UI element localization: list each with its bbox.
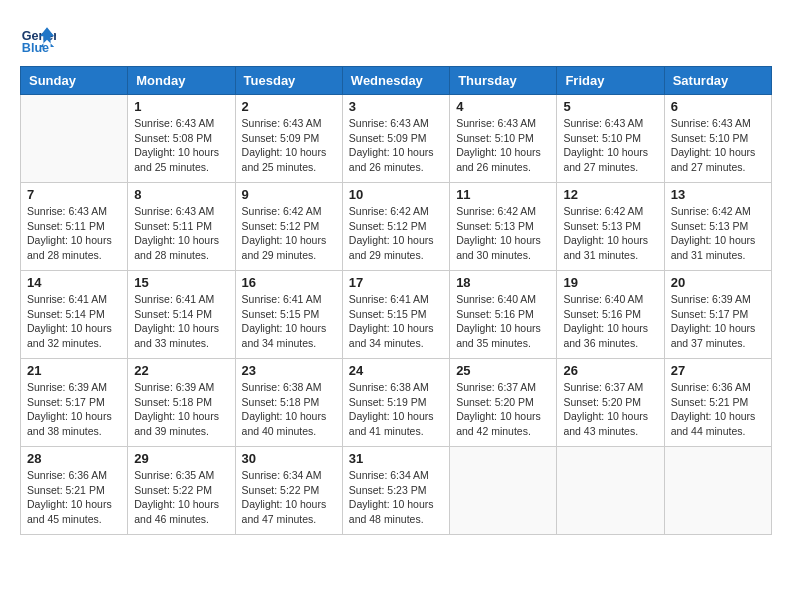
day-info: Sunrise: 6:39 AM Sunset: 5:17 PM Dayligh… [671, 292, 765, 351]
day-info: Sunrise: 6:36 AM Sunset: 5:21 PM Dayligh… [671, 380, 765, 439]
day-number: 4 [456, 99, 550, 114]
day-number: 3 [349, 99, 443, 114]
calendar-table: SundayMondayTuesdayWednesdayThursdayFrid… [20, 66, 772, 535]
calendar-cell: 10Sunrise: 6:42 AM Sunset: 5:12 PM Dayli… [342, 183, 449, 271]
day-number: 2 [242, 99, 336, 114]
logo-icon: General Blue [20, 20, 56, 56]
day-number: 29 [134, 451, 228, 466]
day-number: 31 [349, 451, 443, 466]
calendar-cell [450, 447, 557, 535]
day-number: 15 [134, 275, 228, 290]
day-info: Sunrise: 6:42 AM Sunset: 5:12 PM Dayligh… [242, 204, 336, 263]
calendar-header-saturday: Saturday [664, 67, 771, 95]
calendar-header-friday: Friday [557, 67, 664, 95]
day-number: 27 [671, 363, 765, 378]
day-info: Sunrise: 6:42 AM Sunset: 5:13 PM Dayligh… [563, 204, 657, 263]
calendar-week-row: 14Sunrise: 6:41 AM Sunset: 5:14 PM Dayli… [21, 271, 772, 359]
day-info: Sunrise: 6:43 AM Sunset: 5:09 PM Dayligh… [349, 116, 443, 175]
calendar-cell: 12Sunrise: 6:42 AM Sunset: 5:13 PM Dayli… [557, 183, 664, 271]
day-info: Sunrise: 6:34 AM Sunset: 5:23 PM Dayligh… [349, 468, 443, 527]
day-info: Sunrise: 6:41 AM Sunset: 5:14 PM Dayligh… [27, 292, 121, 351]
day-number: 19 [563, 275, 657, 290]
calendar-cell: 20Sunrise: 6:39 AM Sunset: 5:17 PM Dayli… [664, 271, 771, 359]
calendar-cell [557, 447, 664, 535]
calendar-cell: 6Sunrise: 6:43 AM Sunset: 5:10 PM Daylig… [664, 95, 771, 183]
calendar-cell: 8Sunrise: 6:43 AM Sunset: 5:11 PM Daylig… [128, 183, 235, 271]
day-number: 9 [242, 187, 336, 202]
day-number: 21 [27, 363, 121, 378]
calendar-cell: 3Sunrise: 6:43 AM Sunset: 5:09 PM Daylig… [342, 95, 449, 183]
day-info: Sunrise: 6:39 AM Sunset: 5:18 PM Dayligh… [134, 380, 228, 439]
day-info: Sunrise: 6:39 AM Sunset: 5:17 PM Dayligh… [27, 380, 121, 439]
day-number: 30 [242, 451, 336, 466]
day-info: Sunrise: 6:41 AM Sunset: 5:15 PM Dayligh… [349, 292, 443, 351]
calendar-cell: 1Sunrise: 6:43 AM Sunset: 5:08 PM Daylig… [128, 95, 235, 183]
day-info: Sunrise: 6:35 AM Sunset: 5:22 PM Dayligh… [134, 468, 228, 527]
day-info: Sunrise: 6:43 AM Sunset: 5:11 PM Dayligh… [134, 204, 228, 263]
calendar-header-sunday: Sunday [21, 67, 128, 95]
day-info: Sunrise: 6:40 AM Sunset: 5:16 PM Dayligh… [563, 292, 657, 351]
calendar-cell: 17Sunrise: 6:41 AM Sunset: 5:15 PM Dayli… [342, 271, 449, 359]
day-number: 7 [27, 187, 121, 202]
day-info: Sunrise: 6:41 AM Sunset: 5:14 PM Dayligh… [134, 292, 228, 351]
day-number: 18 [456, 275, 550, 290]
day-number: 8 [134, 187, 228, 202]
calendar-header-tuesday: Tuesday [235, 67, 342, 95]
day-info: Sunrise: 6:38 AM Sunset: 5:19 PM Dayligh… [349, 380, 443, 439]
day-number: 24 [349, 363, 443, 378]
day-info: Sunrise: 6:42 AM Sunset: 5:13 PM Dayligh… [456, 204, 550, 263]
day-number: 12 [563, 187, 657, 202]
calendar-cell: 24Sunrise: 6:38 AM Sunset: 5:19 PM Dayli… [342, 359, 449, 447]
calendar-week-row: 28Sunrise: 6:36 AM Sunset: 5:21 PM Dayli… [21, 447, 772, 535]
page-header: General Blue [20, 20, 772, 56]
day-number: 17 [349, 275, 443, 290]
day-number: 16 [242, 275, 336, 290]
calendar-week-row: 7Sunrise: 6:43 AM Sunset: 5:11 PM Daylig… [21, 183, 772, 271]
day-number: 11 [456, 187, 550, 202]
calendar-cell: 26Sunrise: 6:37 AM Sunset: 5:20 PM Dayli… [557, 359, 664, 447]
day-number: 25 [456, 363, 550, 378]
day-info: Sunrise: 6:42 AM Sunset: 5:13 PM Dayligh… [671, 204, 765, 263]
calendar-cell: 27Sunrise: 6:36 AM Sunset: 5:21 PM Dayli… [664, 359, 771, 447]
day-number: 23 [242, 363, 336, 378]
calendar-cell: 29Sunrise: 6:35 AM Sunset: 5:22 PM Dayli… [128, 447, 235, 535]
calendar-week-row: 1Sunrise: 6:43 AM Sunset: 5:08 PM Daylig… [21, 95, 772, 183]
day-info: Sunrise: 6:36 AM Sunset: 5:21 PM Dayligh… [27, 468, 121, 527]
day-info: Sunrise: 6:43 AM Sunset: 5:10 PM Dayligh… [671, 116, 765, 175]
day-number: 1 [134, 99, 228, 114]
calendar-cell: 21Sunrise: 6:39 AM Sunset: 5:17 PM Dayli… [21, 359, 128, 447]
calendar-cell: 13Sunrise: 6:42 AM Sunset: 5:13 PM Dayli… [664, 183, 771, 271]
day-number: 14 [27, 275, 121, 290]
calendar-cell: 9Sunrise: 6:42 AM Sunset: 5:12 PM Daylig… [235, 183, 342, 271]
day-info: Sunrise: 6:37 AM Sunset: 5:20 PM Dayligh… [563, 380, 657, 439]
day-info: Sunrise: 6:43 AM Sunset: 5:11 PM Dayligh… [27, 204, 121, 263]
day-number: 10 [349, 187, 443, 202]
calendar-cell: 19Sunrise: 6:40 AM Sunset: 5:16 PM Dayli… [557, 271, 664, 359]
day-info: Sunrise: 6:43 AM Sunset: 5:09 PM Dayligh… [242, 116, 336, 175]
day-info: Sunrise: 6:43 AM Sunset: 5:08 PM Dayligh… [134, 116, 228, 175]
day-number: 22 [134, 363, 228, 378]
calendar-week-row: 21Sunrise: 6:39 AM Sunset: 5:17 PM Dayli… [21, 359, 772, 447]
calendar-cell: 15Sunrise: 6:41 AM Sunset: 5:14 PM Dayli… [128, 271, 235, 359]
calendar-cell [21, 95, 128, 183]
calendar-cell: 2Sunrise: 6:43 AM Sunset: 5:09 PM Daylig… [235, 95, 342, 183]
calendar-cell: 7Sunrise: 6:43 AM Sunset: 5:11 PM Daylig… [21, 183, 128, 271]
calendar-cell: 16Sunrise: 6:41 AM Sunset: 5:15 PM Dayli… [235, 271, 342, 359]
calendar-cell: 5Sunrise: 6:43 AM Sunset: 5:10 PM Daylig… [557, 95, 664, 183]
day-info: Sunrise: 6:43 AM Sunset: 5:10 PM Dayligh… [563, 116, 657, 175]
day-number: 28 [27, 451, 121, 466]
calendar-cell: 11Sunrise: 6:42 AM Sunset: 5:13 PM Dayli… [450, 183, 557, 271]
calendar-cell: 18Sunrise: 6:40 AM Sunset: 5:16 PM Dayli… [450, 271, 557, 359]
logo: General Blue [20, 20, 60, 56]
calendar-header-row: SundayMondayTuesdayWednesdayThursdayFrid… [21, 67, 772, 95]
calendar-cell: 22Sunrise: 6:39 AM Sunset: 5:18 PM Dayli… [128, 359, 235, 447]
day-number: 20 [671, 275, 765, 290]
calendar-cell: 25Sunrise: 6:37 AM Sunset: 5:20 PM Dayli… [450, 359, 557, 447]
day-info: Sunrise: 6:34 AM Sunset: 5:22 PM Dayligh… [242, 468, 336, 527]
day-number: 26 [563, 363, 657, 378]
day-info: Sunrise: 6:38 AM Sunset: 5:18 PM Dayligh… [242, 380, 336, 439]
day-number: 6 [671, 99, 765, 114]
day-number: 5 [563, 99, 657, 114]
calendar-cell [664, 447, 771, 535]
calendar-cell: 30Sunrise: 6:34 AM Sunset: 5:22 PM Dayli… [235, 447, 342, 535]
